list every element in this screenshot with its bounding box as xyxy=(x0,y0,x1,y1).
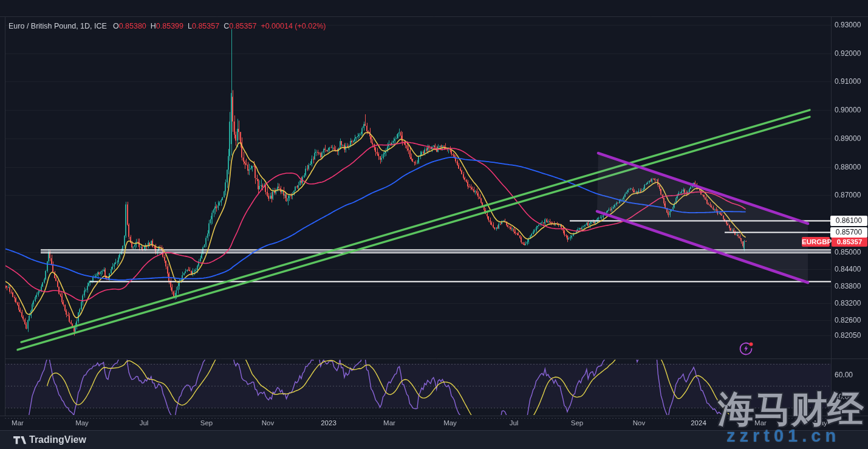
price-tick-label: 0.92000 xyxy=(835,49,861,58)
price-tick-label: 0.89000 xyxy=(835,134,861,143)
change-value: +0.00014 (+0.02%) xyxy=(261,22,326,30)
time-tick-label: Sep xyxy=(200,419,213,427)
open-label: O xyxy=(113,22,119,30)
open-value: 0.85380 xyxy=(119,22,146,30)
price-chart-canvas[interactable] xyxy=(0,0,868,449)
price-tick-label: 0.82600 xyxy=(835,316,861,324)
price-tick-label: 0.84400 xyxy=(835,265,861,273)
high-value: 0.85399 xyxy=(156,22,183,30)
watermark-url: zzrt01.cn xyxy=(726,426,840,446)
time-tick-label: 2024 xyxy=(691,419,706,427)
time-tick-label: Jul xyxy=(140,419,149,427)
low-label: L xyxy=(188,22,192,30)
time-tick-label: May xyxy=(443,419,457,427)
last-price-value-tag: 0.85357 xyxy=(832,237,867,247)
price-tick-label: 0.93000 xyxy=(835,21,861,29)
price-tick-label: 0.83200 xyxy=(835,299,861,307)
level-price-label: 0.85700 xyxy=(830,227,867,238)
level-price-label: 0.86100 xyxy=(830,216,867,226)
price-tick-label: 0.87000 xyxy=(835,191,861,199)
time-tick-label: Jul xyxy=(510,419,519,427)
price-tick-label: 0.91000 xyxy=(835,77,861,86)
rsi-tick-label: 60.00 xyxy=(835,371,853,379)
time-tick-label: Sep xyxy=(571,419,583,427)
price-tick-label: 0.85000 xyxy=(835,248,861,256)
chart-legend: Euro / British Pound, 1D, ICEO0.85380H0.… xyxy=(9,22,326,30)
close-value: 0.85357 xyxy=(229,22,256,30)
time-tick-label: Mar xyxy=(12,419,24,427)
time-tick-label: Nov xyxy=(633,419,645,427)
notification-dot xyxy=(750,343,753,346)
price-tick-label: 0.90000 xyxy=(835,106,861,114)
last-price-symbol-tag: EURGBP xyxy=(802,237,830,247)
price-tick-label: 0.83800 xyxy=(835,282,861,290)
price-tick-label: 0.82050 xyxy=(835,331,861,340)
price-tick-label: 0.88000 xyxy=(835,163,861,171)
time-tick-label: Nov xyxy=(262,419,274,427)
flash-icon[interactable] xyxy=(739,341,754,357)
time-tick-label: May xyxy=(75,419,89,427)
footer-brand-text[interactable]: TradingView xyxy=(29,434,86,445)
symbol-title: Euro / British Pound, 1D, ICE xyxy=(9,22,107,30)
tradingview-logo[interactable] xyxy=(13,436,27,445)
tradingview-snapshot: dacolmanfx published on TradingView.com,… xyxy=(0,0,868,449)
high-label: H xyxy=(151,22,156,30)
low-value: 0.85357 xyxy=(192,22,219,30)
close-label: C xyxy=(224,22,229,30)
time-tick-label: 2023 xyxy=(321,419,337,427)
time-tick-label: Mar xyxy=(383,419,395,427)
